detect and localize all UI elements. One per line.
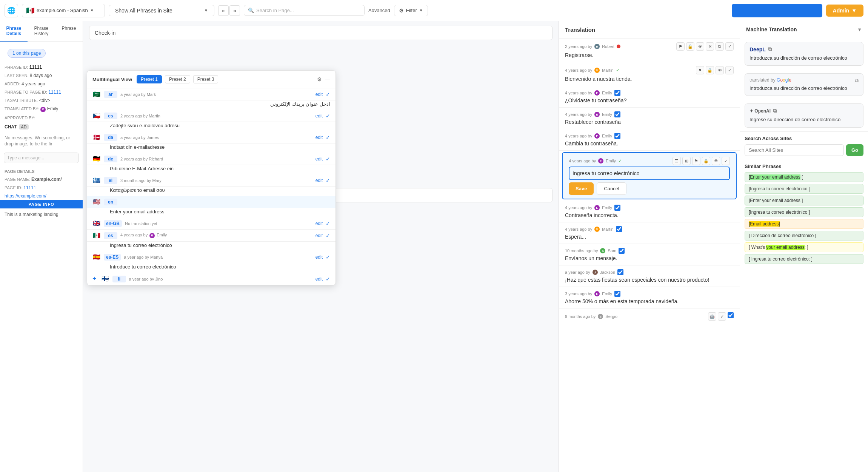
similar-item-4[interactable]: [Email address]: [745, 219, 863, 229]
trans-text-5[interactable]: Ingresa tu correo electrónico: [569, 167, 730, 180]
trans-check-btn-0[interactable]: ✓: [725, 42, 734, 51]
trans-flag-btn-1[interactable]: ⚑: [696, 66, 704, 74]
deepl-copy-icon[interactable]: ⧉: [768, 46, 772, 52]
trans-eye-btn-1[interactable]: 👁: [716, 66, 724, 74]
trans-eye-btn-0[interactable]: 👁: [696, 42, 704, 51]
lang-edit-ar[interactable]: edit: [315, 92, 323, 97]
phrase-to-page-link[interactable]: 11111: [48, 89, 61, 95]
minimize-icon[interactable]: —: [325, 76, 330, 82]
trans-time-4: 4 years ago by: [565, 134, 592, 138]
tab-phrase-details[interactable]: Phrase Details: [0, 21, 28, 42]
trans-check2-btn-1[interactable]: ✓: [725, 66, 734, 74]
add-fi-icon[interactable]: +: [92, 275, 97, 283]
openai-copy-icon[interactable]: ⧉: [773, 108, 777, 114]
trans-lock-btn-1[interactable]: 🔒: [706, 66, 714, 74]
trans-text-4: Cambia tu contraseña.: [565, 140, 734, 147]
tab-phrase-history[interactable]: Phrase History: [28, 21, 55, 42]
nav-next-icon[interactable]: »: [229, 5, 240, 16]
trans-row-9: a year ago by J Jackson ¡Haz que estas f…: [559, 265, 740, 287]
search-sites-input[interactable]: [745, 144, 844, 156]
similar-item-2[interactable]: [Enter your email address ]: [745, 196, 863, 205]
trans-list-btn-5[interactable]: ☰: [673, 157, 681, 165]
save-button[interactable]: Save: [569, 182, 594, 195]
message-input[interactable]: Type a message...: [4, 153, 79, 163]
openai-provider: ✦ OpenAI ⧉ Ingrese su dirección de corre…: [745, 103, 863, 127]
lang-edit-engb[interactable]: edit: [315, 221, 323, 226]
similar-item-0[interactable]: [Enter your email address [: [745, 172, 863, 182]
similar-phrases: Similar Phrases [Enter your email addres…: [740, 160, 868, 270]
trans-approve-btn-5[interactable]: ✓: [722, 157, 730, 165]
site-selector[interactable]: 🇲🇽 example.com - Spanish ▼: [22, 4, 105, 17]
admin-button[interactable]: Admin ▼: [826, 5, 863, 17]
trans-lock-btn-0[interactable]: 🔒: [686, 42, 694, 51]
similar-item-1[interactable]: [Ingresa tu correo electrónico [: [745, 184, 863, 194]
trans-x-btn-0[interactable]: ✕: [706, 42, 714, 51]
phrase-item-checkin[interactable]: Check-in: [89, 26, 553, 40]
lang-row-en: 🇺🇸 en: [87, 196, 336, 208]
preset1-button[interactable]: Preset 1: [137, 75, 162, 83]
trans-check-7[interactable]: [616, 226, 622, 232]
gear-icon[interactable]: ⚙: [317, 76, 322, 82]
trans-check-icon-11[interactable]: ✓: [718, 312, 726, 321]
trans-meta-1: 4 years ago by M Martin ✓ ⚑ 🔒 👁 ✓: [565, 66, 734, 74]
trans-check-8[interactable]: [619, 248, 625, 254]
app-logo[interactable]: 🌐: [5, 4, 18, 17]
phrase-list: Check-in: [83, 21, 559, 45]
trans-bot-icon-11[interactable]: 🤖: [708, 312, 716, 321]
openai-name: ✦ OpenAI ⧉: [749, 108, 859, 114]
lang-code-eses: es-ES: [104, 254, 121, 261]
trans-check-6[interactable]: [614, 205, 620, 211]
trans-meta-2: 4 years ago by E Emily: [565, 90, 734, 96]
trans-text-7: Espera...: [565, 234, 734, 240]
trans-check-10[interactable]: [614, 291, 620, 297]
trans-check-2[interactable]: [614, 90, 620, 96]
lang-edit-de[interactable]: edit: [315, 156, 323, 162]
filter-button[interactable]: ⚙ Filter ▼: [394, 5, 428, 16]
trans-check-4[interactable]: [614, 133, 620, 139]
search-bar[interactable]: 🔍 Search in Page...: [244, 5, 365, 16]
preset2-button[interactable]: Preset 2: [165, 75, 190, 83]
flag-en: 🇺🇸: [92, 198, 101, 205]
popup-title: Multilingual View: [92, 77, 132, 82]
google-copy-icon[interactable]: ⧉: [855, 77, 859, 84]
lang-check-engb: ✓: [326, 221, 330, 227]
search-sites-go-button[interactable]: Go: [846, 144, 863, 156]
trans-check-3[interactable]: [614, 111, 620, 117]
lang-edit-cs[interactable]: edit: [315, 113, 323, 119]
on-this-page-badge[interactable]: 1 on this page: [8, 49, 46, 58]
trans-grid-btn-5[interactable]: ⊞: [682, 157, 691, 165]
similar-item-7[interactable]: [ Ingresa tu correo electrónico: ]: [745, 254, 863, 264]
trans-avatar-5: E: [598, 158, 603, 164]
lang-edit-el[interactable]: edit: [315, 178, 323, 183]
trans-copy-btn-0[interactable]: ⧉: [716, 42, 724, 51]
cancel-button[interactable]: Cancel: [597, 182, 626, 195]
trans-lock-btn-5[interactable]: 🔒: [702, 157, 710, 165]
lang-edit-eses[interactable]: edit: [315, 255, 323, 260]
similar-item-3[interactable]: [Ingresa tu correo electrónico ]: [745, 207, 863, 217]
trans-check-11[interactable]: [728, 312, 734, 318]
show-all-phrases[interactable]: Show All Phrases in Site ▼: [109, 5, 214, 16]
page-name-label: PAGE NAME:: [5, 177, 30, 182]
trans-flag-btn-0[interactable]: ⚑: [676, 42, 685, 51]
preset3-button[interactable]: Preset 3: [193, 75, 219, 83]
similar-item-5[interactable]: [ Dirección de correo electrónico ]: [745, 231, 863, 241]
lang-meta-engb: No translation yet: [125, 221, 312, 226]
trans-author-5: Emily: [606, 159, 616, 163]
lang-edit-fi[interactable]: edit: [315, 276, 323, 282]
lang-code-fi: fi: [112, 276, 126, 282]
page-id-link[interactable]: 11111: [23, 185, 36, 190]
lang-edit-da[interactable]: edit: [315, 135, 323, 140]
lang-check-el: ✓: [326, 177, 330, 184]
translated-by-row: TRANSLATED BY: E Emily: [0, 105, 83, 114]
page-url-link[interactable]: https://example.com/: [5, 193, 46, 199]
tab-phrase[interactable]: Phrase: [55, 21, 83, 42]
nav-prev-icon[interactable]: «: [218, 5, 229, 16]
trans-eye-btn-5[interactable]: 👁: [712, 157, 720, 165]
trans-flag-btn-5[interactable]: ⚑: [692, 157, 700, 165]
lang-edit-es[interactable]: edit: [315, 233, 323, 238]
right-collapse-icon[interactable]: ▼: [857, 27, 862, 32]
advanced-search[interactable]: Advanced: [368, 8, 390, 13]
trans-check-9[interactable]: [617, 269, 623, 275]
approved-by-row: APPROVED BY:: [0, 114, 83, 122]
similar-item-6[interactable]: [ What's your email address: ]: [745, 242, 863, 252]
